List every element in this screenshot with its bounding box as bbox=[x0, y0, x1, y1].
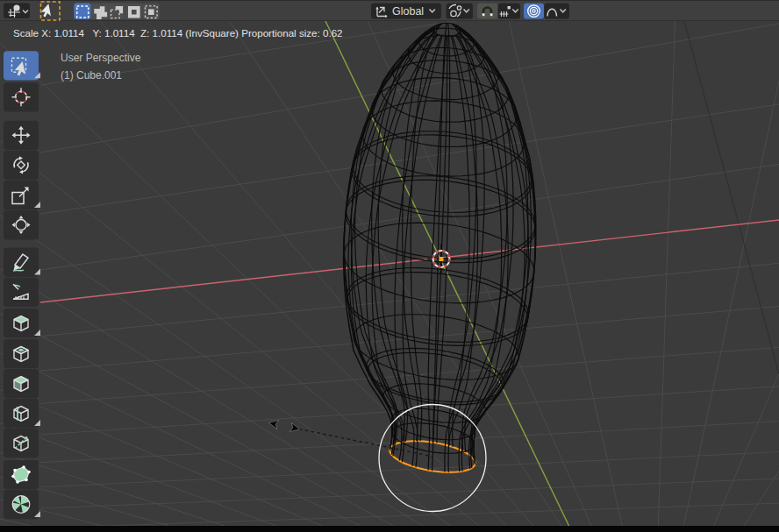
svg-text:Global: Global bbox=[392, 5, 424, 18]
